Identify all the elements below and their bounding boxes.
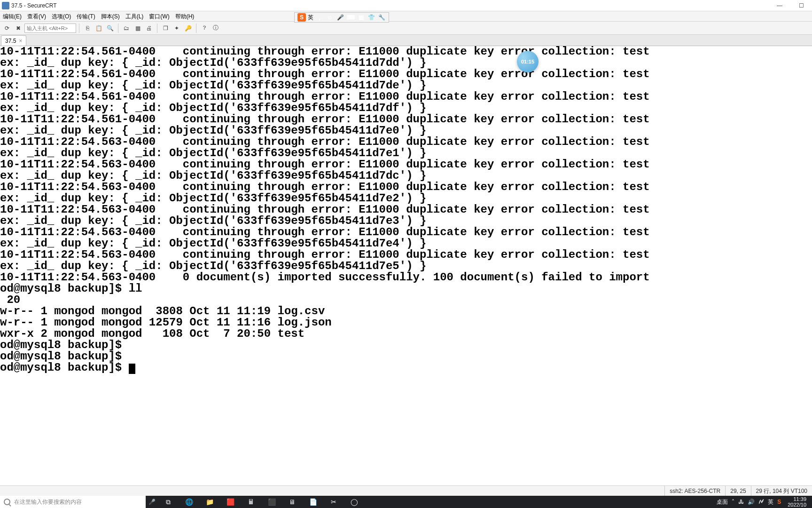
- terminal-line: 10-11T11:22:54.561-0400 continuing throu…: [0, 69, 812, 80]
- terminal-line: 10-11T11:22:54.563-0400 continuing throu…: [0, 249, 812, 261]
- menu-transfer[interactable]: 传输(T): [74, 11, 98, 22]
- toolbar: ⟳ ✖ ⎘ 📋 🔍 🗂 ▦ 🖨 ❐ ✦ 🔑 ？ ⓘ: [0, 22, 812, 35]
- virtualbox-icon[interactable]: ⬛: [261, 496, 282, 508]
- clock-date: 2022/10: [788, 502, 806, 508]
- ime-skin-icon[interactable]: 👕: [367, 13, 375, 22]
- terminal-line: 10-11T11:22:54.561-0400 continuing throu…: [0, 114, 812, 125]
- snip-icon[interactable]: ✂: [323, 496, 344, 508]
- clock-time: 11:39: [788, 496, 806, 502]
- ime-tools-icon[interactable]: 🔧: [377, 13, 386, 22]
- terminal-line: 10-11T11:22:54.561-0400 continuing throu…: [0, 46, 812, 57]
- video-time-bubble: 01:15: [517, 51, 539, 72]
- ime-punct-icon[interactable]: ，: [315, 13, 324, 22]
- window-titlebar: 37.5 - SecureCRT — ☐: [0, 0, 812, 11]
- tray-network-icon[interactable]: 🖧: [738, 499, 744, 505]
- menu-edit[interactable]: 编辑(E): [0, 11, 24, 22]
- terminal-line: ex: _id_ dup key: { _id: ObjectId('633ff…: [0, 103, 812, 114]
- menu-options[interactable]: 选项(O): [49, 11, 74, 22]
- tray-battery-icon[interactable]: 🗲: [758, 499, 764, 505]
- terminal-cursor: [129, 364, 135, 374]
- system-tray[interactable]: 桌面 ˄ 🖧 🔊 🗲 英 S 11:39 2022/10: [714, 496, 812, 508]
- options-icon[interactable]: ✦: [172, 23, 182, 33]
- terminal-line: ex: _id_ dup key: { _id: ObjectId('633ff…: [0, 148, 812, 159]
- menu-help[interactable]: 帮助(H): [172, 11, 197, 22]
- tray-ime-lang[interactable]: 英: [768, 498, 773, 506]
- securecrt-icon[interactable]: 🖥: [282, 496, 303, 508]
- tab-close-icon[interactable]: ×: [19, 38, 22, 44]
- terminal-line: w-r-- 1 mongod mongod 3808 Oct 11 11:19 …: [0, 306, 812, 317]
- statusbar: ssh2: AES-256-CTR 29, 25 29 行, 104 列 VT1…: [0, 485, 812, 496]
- window-title: 37.5 - SecureCRT: [11, 2, 57, 9]
- about-icon[interactable]: ⓘ: [211, 23, 221, 33]
- terminal-line: 20: [0, 294, 812, 306]
- help-icon[interactable]: ？: [199, 23, 210, 33]
- menu-script[interactable]: 脚本(S): [98, 11, 123, 22]
- status-connection: ssh2: AES-256-CTR: [664, 486, 725, 496]
- find-icon[interactable]: 🔍: [105, 23, 115, 33]
- print-icon[interactable]: 🖨: [144, 23, 154, 33]
- terminal-line: ex: _id_ dup key: { _id: ObjectId('633ff…: [0, 238, 812, 249]
- terminal-line: 10-11T11:22:54.563-0400 continuing throu…: [0, 227, 812, 238]
- mic-icon[interactable]: 🎤: [146, 499, 158, 505]
- ime-voice-icon[interactable]: 🎤: [336, 13, 344, 22]
- edge-icon[interactable]: 🌐: [179, 496, 199, 508]
- explorer-icon[interactable]: 📁: [199, 496, 220, 508]
- tray-desktop-label[interactable]: 桌面: [717, 498, 728, 506]
- bubble-time: 01:15: [521, 59, 534, 64]
- terminal-line: ex: _id_ dup key: { _id: ObjectId('633ff…: [0, 57, 812, 69]
- tray-clock[interactable]: 11:39 2022/10: [785, 496, 809, 508]
- taskbar-search[interactable]: 在这里输入你要搜索的内容: [0, 496, 146, 508]
- taskbar-apps: ⧉ 🌐 📁 🟥 🖩 ⬛ 🖥 📄 ✂ ◯: [158, 496, 365, 508]
- terminal-line: 10-11T11:22:54.563-0400 continuing throu…: [0, 204, 812, 215]
- calculator-icon[interactable]: 🖩: [241, 496, 261, 508]
- terminal-line: ex: _id_ dup key: { _id: ObjectId('633ff…: [0, 261, 812, 272]
- terminal-line: od@mysql8 backup]$ ll: [0, 283, 812, 294]
- terminal-line: od@mysql8 backup]$: [0, 351, 812, 362]
- taskview-icon[interactable]: ⧉: [158, 496, 179, 508]
- terminal-line: ex: _id_ dup key: { _id: ObjectId('633ff…: [0, 215, 812, 227]
- notepad-icon[interactable]: 📄: [303, 496, 323, 508]
- menu-tools[interactable]: 工具(L): [123, 11, 147, 22]
- host-input[interactable]: [24, 24, 76, 33]
- copy-icon[interactable]: ⎘: [82, 23, 93, 33]
- minimize-button[interactable]: —: [769, 0, 790, 11]
- reconnect-icon[interactable]: ⟳: [2, 23, 12, 33]
- tray-volume-icon[interactable]: 🔊: [748, 499, 755, 505]
- terminal-line: ex: _id_ dup key: { _id: ObjectId('633ff…: [0, 193, 812, 204]
- session-tabs: 37.5 ×: [0, 35, 812, 46]
- status-term-size: 29 行, 104 列 VT100: [751, 486, 812, 496]
- session-mgr-icon[interactable]: 🗂: [121, 23, 132, 33]
- chrome-icon[interactable]: ◯: [344, 496, 365, 508]
- maximize-button[interactable]: ☐: [790, 0, 812, 11]
- ime-lang[interactable]: 英: [308, 14, 313, 22]
- terminal-line: ex: _id_ dup key: { _id: ObjectId('633ff…: [0, 80, 812, 91]
- new-window-icon[interactable]: ❐: [160, 23, 171, 33]
- terminal-line: 10-11T11:22:54.561-0400 continuing throu…: [0, 91, 812, 103]
- ime-keyboard-icon[interactable]: ⌨: [346, 13, 355, 22]
- search-icon: [4, 499, 10, 505]
- tab-label: 37.5: [5, 38, 16, 44]
- ime-user-icon[interactable]: ▥: [357, 13, 365, 22]
- paste-icon[interactable]: 📋: [94, 23, 104, 33]
- session-tab[interactable]: 37.5 ×: [1, 35, 26, 46]
- ime-emoji-icon[interactable]: ☺: [326, 13, 334, 22]
- tray-chevron-up-icon[interactable]: ˄: [732, 499, 734, 505]
- terminal-line: wxr-x 2 mongod mongod 108 Oct 7 20:50 te…: [0, 328, 812, 340]
- sogou-icon[interactable]: S: [297, 13, 306, 22]
- terminal-line: od@mysql8 backup]$: [0, 340, 812, 351]
- key-icon[interactable]: 🔑: [183, 23, 193, 33]
- ime-toolbar[interactable]: S 英 ， ☺ 🎤 ⌨ ▥ 👕 🔧: [294, 12, 389, 23]
- tile-icon[interactable]: ▦: [133, 23, 143, 33]
- disconnect-icon[interactable]: ✖: [13, 23, 23, 33]
- terminal-line: ex: _id_ dup key: { _id: ObjectId('633ff…: [0, 125, 812, 136]
- app-icon: [2, 2, 9, 9]
- tray-sogou-icon[interactable]: S: [777, 499, 781, 505]
- menu-window[interactable]: 窗口(W): [146, 11, 172, 22]
- windows-taskbar: 在这里输入你要搜索的内容 🎤 ⧉ 🌐 📁 🟥 🖩 ⬛ 🖥 📄 ✂ ◯ 桌面 ˄ …: [0, 496, 812, 508]
- status-cursor-pos: 29, 25: [725, 486, 750, 496]
- terminal-output[interactable]: 10-11T11:22:54.561-0400 continuing throu…: [0, 46, 812, 484]
- menu-view[interactable]: 查看(V): [24, 11, 49, 22]
- calendar-red-icon[interactable]: 🟥: [220, 496, 241, 508]
- menubar: 编辑(E) 查看(V) 选项(O) 传输(T) 脚本(S) 工具(L) 窗口(W…: [0, 11, 812, 22]
- terminal-line: 10-11T11:22:54.563-0400 continuing throu…: [0, 136, 812, 148]
